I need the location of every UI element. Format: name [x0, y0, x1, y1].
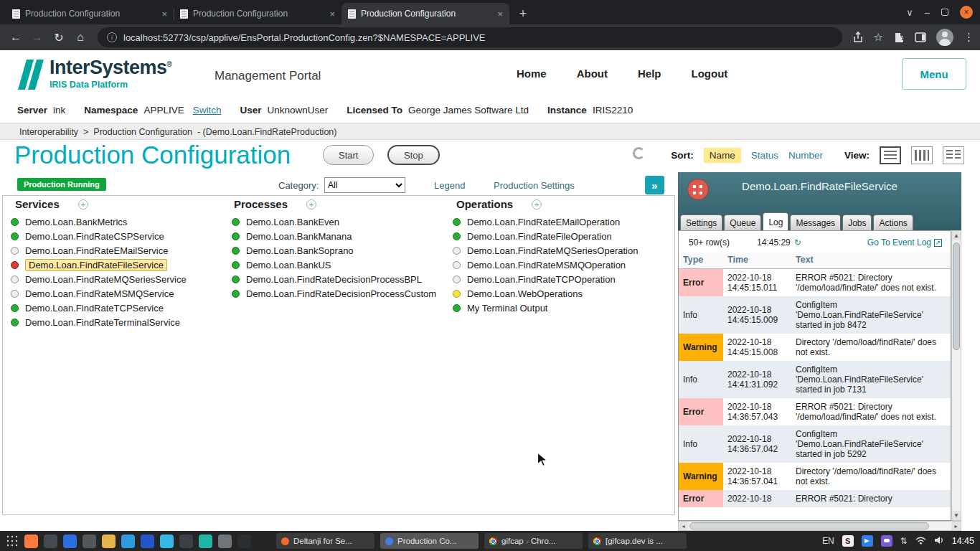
category-select[interactable]: All — [324, 177, 405, 193]
browser-tab-1[interactable]: Production Configuration × — [6, 3, 174, 24]
menu-button[interactable]: Menu — [902, 58, 966, 90]
taskbar-app-icon[interactable] — [218, 534, 232, 548]
operation-item[interactable]: My Terminal Output — [453, 301, 638, 315]
service-item[interactable]: Demo.Loan.FindRateTCPService — [11, 301, 187, 315]
forward-icon[interactable]: → — [27, 27, 47, 47]
new-tab-button[interactable]: + — [514, 4, 532, 23]
process-item[interactable]: Demo.Loan.BankEven — [232, 215, 436, 229]
minimize-icon[interactable]: – — [925, 7, 930, 18]
camera-tray-icon[interactable] — [862, 535, 873, 547]
service-item[interactable]: Demo.Loan.FindRateMQSeriesService — [11, 272, 187, 286]
tab-actions[interactable]: Actions — [873, 215, 913, 230]
taskbar-window-gifcap[interactable]: gifcap - Chro... — [484, 533, 583, 549]
sort-by-number-option[interactable]: Number — [788, 150, 823, 161]
taskbar-app-icon[interactable] — [24, 534, 38, 548]
service-item[interactable]: Demo.Loan.BankMetrics — [11, 215, 187, 229]
operation-item[interactable]: Demo.Loan.FindRateMQSeriesOperation — [453, 243, 638, 258]
tab-close-icon[interactable]: × — [497, 9, 503, 19]
tab-messages[interactable]: Messages — [790, 215, 841, 230]
process-item[interactable]: Demo.Loan.FindRateDecisionProcessCustom — [232, 286, 436, 301]
panel-horizontal-scrollbar[interactable]: ◂ ▸ — [678, 521, 961, 531]
scroll-down-icon[interactable]: ▼ — [952, 511, 961, 520]
log-row[interactable]: Info 2022-10-1814:36:57.042 ConfigItem '… — [679, 425, 951, 463]
operation-item[interactable]: Demo.Loan.FindRateFileOperation — [453, 229, 638, 243]
operation-item[interactable]: Demo.Loan.WebOperations — [453, 286, 638, 301]
taskbar-window-production-config[interactable]: Production Co... — [380, 533, 479, 549]
back-icon[interactable]: ← — [6, 27, 26, 47]
slack-tray-icon[interactable]: S — [842, 535, 854, 547]
address-bar[interactable]: i localhost:52773/csp/applive/EnsPortal.… — [98, 27, 842, 47]
taskbar-app-icon[interactable] — [257, 534, 270, 548]
expand-panel-button[interactable]: » — [645, 176, 664, 194]
add-service-icon[interactable]: + — [78, 199, 88, 209]
operation-item[interactable]: Demo.Loan.FindRateTCPOperation — [453, 272, 638, 286]
switch-namespace-link[interactable]: Switch — [193, 105, 222, 116]
stop-button[interactable]: Stop — [387, 145, 440, 165]
log-row[interactable]: Warning 2022-10-1814:45:15.008 Directory… — [679, 334, 951, 361]
service-item[interactable]: Demo.Loan.FindRateTerminalService — [11, 315, 187, 329]
nav-about-link[interactable]: About — [577, 67, 608, 80]
view-grid-icon[interactable] — [911, 146, 933, 164]
taskbar-app-icon[interactable] — [160, 534, 174, 548]
taskbar-window-gifcap-dialog[interactable]: [gifcap.dev is ... — [588, 533, 687, 549]
nav-home-link[interactable]: Home — [517, 67, 547, 80]
start-button[interactable]: Start — [323, 145, 374, 165]
panel-vertical-scrollbar[interactable]: ▲ ▼ — [951, 230, 961, 521]
profile-avatar[interactable] — [936, 29, 953, 46]
horizontal-scroll-thumb[interactable] — [689, 522, 929, 529]
process-item[interactable]: Demo.Loan.BankUS — [232, 258, 436, 272]
browser-tab-3-active[interactable]: Production Configuration × — [341, 3, 509, 24]
tab-settings[interactable]: Settings — [680, 215, 722, 230]
maximize-icon[interactable] — [941, 9, 948, 16]
share-icon[interactable] — [852, 32, 864, 43]
sort-by-status-option[interactable]: Status — [751, 150, 778, 161]
go-to-event-log-link[interactable]: Go To Event Log ↗ — [867, 237, 942, 248]
browser-menu-kebab-icon[interactable]: ⋮ — [963, 31, 974, 44]
log-row[interactable]: Info 2022-10-1814:45:15.009 ConfigItem '… — [679, 296, 951, 334]
log-row[interactable]: Error 2022-10-18 ERROR #5021: Directory — [679, 490, 951, 507]
add-operation-icon[interactable]: + — [532, 199, 542, 209]
refresh-icon[interactable]: ↻ — [794, 237, 801, 248]
service-item[interactable]: Demo.Loan.FindRateEMailService — [11, 243, 187, 258]
files-folder-icon[interactable] — [121, 534, 135, 548]
reload-icon[interactable]: ↻ — [49, 27, 69, 47]
process-item[interactable]: Demo.Loan.BankSoprano — [232, 243, 436, 258]
window-menu-chevron-icon[interactable]: ∨ — [906, 7, 913, 18]
taskbar-window-deltanji[interactable]: Deltanji for Se... — [276, 533, 374, 549]
taskbar-app-icon[interactable] — [199, 534, 212, 548]
volume-icon[interactable] — [934, 536, 944, 547]
tab-jobs[interactable]: Jobs — [842, 215, 872, 230]
add-process-icon[interactable]: + — [306, 199, 316, 209]
breadcrumb-interoperability-link[interactable]: Interoperability — [19, 127, 78, 137]
log-row[interactable]: Warning 2022-10-1814:36:57.041 Directory… — [679, 463, 951, 490]
log-row[interactable]: Error 2022-10-1814:45:15.011 ERROR #5021… — [679, 269, 951, 297]
process-item[interactable]: Demo.Loan.BankManana — [232, 229, 436, 243]
scroll-right-icon[interactable]: ▸ — [951, 522, 961, 530]
taskbar-app-icon[interactable] — [63, 534, 77, 548]
view-split-icon[interactable] — [943, 146, 964, 164]
home-icon[interactable]: ⌂ — [70, 27, 90, 47]
process-item[interactable]: Demo.Loan.FindRateDecisionProcessBPL — [232, 272, 436, 286]
wifi-icon[interactable] — [915, 536, 926, 547]
side-panel-icon[interactable] — [915, 32, 926, 42]
taskbar-app-icon[interactable] — [83, 534, 96, 548]
tab-queue[interactable]: Queue — [724, 215, 761, 230]
browser-tab-2[interactable]: Production Configuration × — [174, 3, 341, 24]
show-applications-icon[interactable] — [6, 534, 19, 547]
updown-arrows-icon[interactable]: ⇅ — [900, 536, 908, 546]
scroll-left-icon[interactable]: ◂ — [679, 522, 688, 530]
operation-item[interactable]: Demo.Loan.FindRateEMailOperation — [453, 215, 638, 229]
log-row[interactable]: Error 2022-10-1814:36:57.043 ERROR #5021… — [679, 398, 951, 425]
taskbar-app-icon[interactable] — [141, 534, 154, 548]
nav-help-link[interactable]: Help — [638, 67, 661, 80]
vertical-scroll-thumb[interactable] — [953, 242, 960, 350]
service-item[interactable]: Demo.Loan.FindRateCSPService — [11, 229, 187, 243]
nav-logout-link[interactable]: Logout — [692, 67, 728, 80]
service-item[interactable]: Demo.Loan.FindRateMSMQService — [11, 286, 187, 301]
extensions-puzzle-icon[interactable] — [893, 32, 905, 43]
production-settings-link[interactable]: Production Settings — [494, 180, 575, 191]
input-language-indicator[interactable]: EN — [822, 536, 834, 546]
taskbar-app-icon[interactable] — [179, 534, 193, 548]
bookmark-star-icon[interactable]: ☆ — [874, 31, 883, 44]
scroll-up-icon[interactable]: ▲ — [952, 231, 961, 240]
